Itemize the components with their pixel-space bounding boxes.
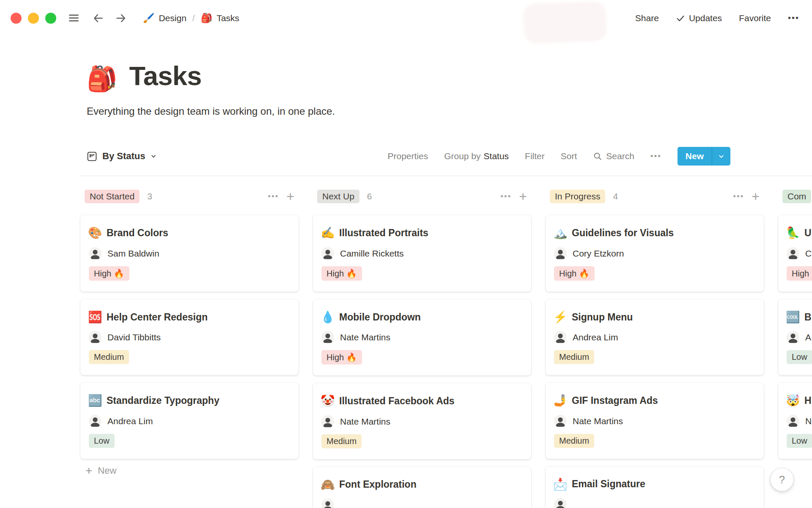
task-emoji-icon: 🆘 [88,310,102,324]
task-title-row: 🏔️ Guidelines for Visuals [553,226,756,240]
task-card[interactable]: 🆒 B A Low [778,299,812,375]
task-title-row: 🤯 H [786,394,812,407]
search-button[interactable]: Search [593,151,634,161]
page-backpack-icon[interactable]: 🎒 [87,66,117,91]
group-by-button[interactable]: Group by Status [444,151,509,161]
column-card-list: 🏔️ Guidelines for Visuals Cory Etzkorn H… [546,215,764,508]
topbar-actions: Share Updates Favorite ••• [635,13,799,23]
column-more-icon[interactable]: ••• [268,192,279,201]
task-title: Font Exploration [339,479,417,490]
breadcrumb-item-tasks[interactable]: 🎒 Tasks [201,13,239,24]
column-status-badge[interactable]: Next Up [317,190,359,203]
task-card[interactable]: 🔤 Standardize Typography Andrea Lim Low [80,383,299,458]
page-title[interactable]: Tasks [129,61,201,91]
task-title-row: 🆒 B [786,310,812,324]
assignee-avatar [89,247,102,260]
updates-button[interactable]: Updates [676,13,722,23]
task-emoji-icon: 🎨 [88,226,102,240]
close-window-button[interactable] [11,13,22,24]
task-card[interactable]: 🆘 Help Center Redesign David Tibbitts Me… [80,299,299,375]
task-card[interactable]: ✍️ Illustrated Portraits Camille Rickett… [313,215,531,291]
assignee-avatar [554,498,567,508]
column-status-badge[interactable]: Not Started [85,190,140,203]
task-emoji-icon: 🔤 [88,394,102,407]
column-add-icon[interactable]: + [519,190,527,203]
task-assignee-row: N [786,415,812,428]
topbar-more-icon[interactable]: ••• [788,13,799,23]
task-card[interactable]: ⚡ Signup Menu Andrea Lim Medium [546,299,764,375]
traffic-lights [11,13,56,24]
page-header: 🎒 Tasks [87,61,812,91]
priority-badge: High 🔥 [554,266,595,281]
back-arrow-icon[interactable] [92,12,104,24]
page-description[interactable]: Everything the design team is working on… [87,105,812,117]
zoom-window-button[interactable] [45,13,56,24]
task-assignee-row: Nate Martins [321,331,524,344]
help-button[interactable]: ? [771,468,793,491]
task-title-row: 💧 Mobile Dropdown [321,310,524,324]
assignee-name: Andrea Lim [573,332,618,342]
toolbar-more-icon[interactable]: ••• [650,152,661,161]
task-card[interactable]: 🤯 H N Low [778,383,812,458]
favorite-button[interactable]: Favorite [739,13,771,23]
kanban-board: Not Started 3 ••• + 🎨 Brand Colors Sam B… [80,188,812,508]
assignee-avatar [787,415,799,428]
new-button-dropdown[interactable] [712,147,730,166]
breadcrumb-label: Tasks [217,13,239,23]
task-card[interactable]: 📩 Email Signature [546,467,764,508]
task-card[interactable]: 🦜 U C High 🔥 [778,215,812,291]
task-title: Help Center Redesign [107,312,208,323]
column-more-icon[interactable]: ••• [500,192,511,201]
column-add-icon[interactable]: + [286,190,294,203]
paintbrush-icon: 🖌️ [143,13,154,24]
task-card[interactable]: 💧 Mobile Dropdown Nate Martins High 🔥 [313,299,531,375]
column-status-badge[interactable]: Com [782,190,811,203]
view-switcher[interactable]: By Status [87,151,157,162]
favorite-label: Favorite [739,13,771,23]
task-title: Standardize Typography [107,395,219,406]
window-topbar: 🖌️ Design / 🎒 Tasks Share Updates Favori… [0,0,812,36]
new-button[interactable]: New [678,147,712,166]
task-title-row: 🤡 Illustrated Facebook Ads [321,394,524,408]
column-more-icon[interactable]: ••• [733,192,744,201]
minimize-window-button[interactable] [28,13,39,24]
toolbar-divider [80,176,812,176]
task-card[interactable]: 🎨 Brand Colors Sam Baldwin High 🔥 [80,215,299,291]
new-button-group: New [678,147,730,166]
column-card-list: ✍️ Illustrated Portraits Camille Rickett… [313,215,531,508]
filter-button[interactable]: Filter [525,151,545,161]
task-card[interactable]: 🤡 Illustrated Facebook Ads Nate Martins … [313,383,531,459]
assignee-avatar [321,331,334,344]
assignee-name: C [805,248,812,259]
task-card[interactable]: 🏔️ Guidelines for Visuals Cory Etzkorn H… [546,215,764,291]
properties-button[interactable]: Properties [387,151,428,161]
task-title: Guidelines for Visuals [572,227,674,239]
priority-badge: Medium [554,350,594,364]
task-emoji-icon: ⚡ [553,310,567,324]
task-card[interactable]: 🙈 Font Exploration [313,467,531,508]
add-card-button[interactable]: + New [80,461,299,481]
toolbar-actions: Properties Group by Status Filter Sort S… [387,147,730,166]
assignee-name: Nate Martins [340,417,390,427]
assignee-name: Nate Martins [340,332,390,342]
share-button[interactable]: Share [635,13,659,23]
task-title: U [804,227,812,239]
priority-badge: Medium [89,350,129,364]
assignee-avatar [89,331,102,344]
task-card[interactable]: 🤳 GIF Instagram Ads Nate Martins Medium [546,383,764,458]
forward-arrow-icon[interactable] [115,12,127,24]
task-emoji-icon: 🤡 [321,394,334,408]
kanban-board-icon [87,151,97,162]
task-title: H [804,395,812,406]
column-add-icon[interactable]: + [752,190,760,203]
breadcrumb-item-design[interactable]: 🖌️ Design [143,13,187,24]
sort-button[interactable]: Sort [561,151,577,161]
assignee-name: David Tibbitts [107,332,161,342]
sidebar-menu-icon[interactable] [68,12,80,24]
task-assignee-row: David Tibbitts [88,331,291,344]
updates-label: Updates [689,13,722,23]
task-assignee-row: Camille Ricketts [321,247,524,260]
task-emoji-icon: 🦜 [786,226,799,240]
column-status-badge[interactable]: In Progress [550,190,605,203]
priority-badge: Medium [321,434,362,448]
